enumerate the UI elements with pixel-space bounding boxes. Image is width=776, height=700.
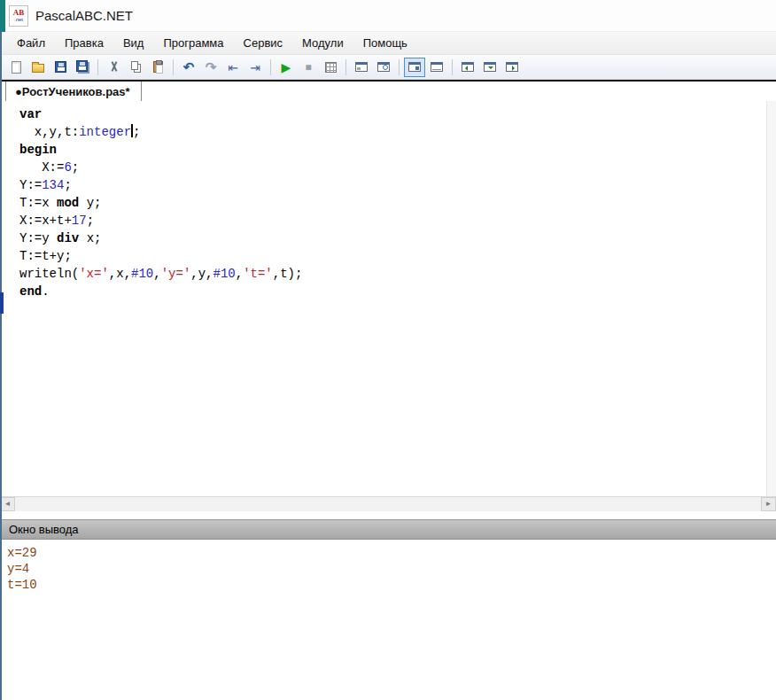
new-file-icon (12, 61, 21, 74)
scroll-track[interactable] (15, 497, 761, 511)
code-token: Y:=y (19, 231, 57, 245)
menu-item-help[interactable]: Помощь (353, 32, 417, 54)
output-window-title: Окно вывода (9, 523, 79, 536)
code-line: Y:=y div x; (19, 229, 776, 247)
undo-icon: ↶ (182, 59, 197, 74)
code-token: div (57, 231, 79, 245)
output-line: x=29 (7, 545, 776, 561)
toolbar-separator (345, 59, 346, 75)
code-token: mod (57, 196, 79, 210)
toggle-tasks-window-button[interactable] (426, 58, 447, 77)
editor-vertical-scrollbar[interactable] (766, 101, 776, 496)
cut-button[interactable] (103, 58, 124, 77)
navigate-forward-button[interactable]: ⇥ (244, 58, 266, 77)
new-file-button[interactable] (5, 58, 27, 77)
toolbar: ↶↷⇤⇥▶■ (0, 55, 776, 80)
save-file-button[interactable] (50, 58, 71, 77)
code-token: ; (64, 178, 71, 192)
tab-strip: ●РостУчеников.pas* (0, 80, 776, 101)
navigate-back-button[interactable]: ⇤ (222, 58, 244, 77)
output-panel[interactable]: x=29y=4t=10 (0, 540, 776, 700)
stop-button[interactable]: ■ (298, 58, 319, 77)
code-token: end (19, 284, 42, 299)
undo-button[interactable]: ↶ (178, 58, 199, 77)
code-token: . (42, 284, 49, 299)
output-splitter[interactable] (0, 511, 776, 519)
save-file-icon (55, 61, 66, 73)
navigate-forward-icon: ⇥ (248, 59, 263, 74)
tab-rostuchenikov-pas[interactable]: ●РостУчеников.pas* (5, 82, 142, 101)
toggle-tasks-window-icon (431, 62, 443, 72)
dock-bottom-button[interactable] (479, 58, 501, 77)
save-all-icon (76, 60, 88, 72)
save-all-button[interactable] (72, 58, 93, 77)
window-left-border (0, 0, 2, 700)
code-token: ; (87, 214, 94, 228)
toolbar-separator (399, 59, 400, 75)
menu-item-edit[interactable]: Правка (55, 32, 113, 54)
dock-left-button[interactable] (457, 58, 478, 77)
output-window-header: Окно вывода (0, 519, 776, 540)
code-line: end. (19, 283, 776, 300)
code-line: writeln('x=',x,#10,'y=',y,#10,'t=',t); (19, 265, 776, 283)
output-line: y=4 (7, 561, 776, 577)
paste-button[interactable] (147, 58, 168, 77)
code-token: ,x, (109, 267, 131, 281)
app-icon-text: AB (13, 9, 25, 17)
toolbar-separator (97, 59, 98, 75)
code-line: x,y,t:integer; (19, 123, 776, 141)
scroll-right-button[interactable]: ► (761, 497, 776, 511)
code-line: var (19, 105, 776, 123)
code-line: T:=t+y; (19, 247, 776, 265)
toggle-output-window-icon (408, 62, 421, 72)
compile-button[interactable] (320, 58, 341, 77)
menu-bar: ФайлПравкаВидПрограммаСервисМодулиПомощь (0, 32, 776, 55)
redo-button[interactable]: ↷ (200, 58, 221, 77)
scroll-left-button[interactable]: ◄ (0, 497, 15, 511)
open-file-button[interactable] (27, 58, 49, 77)
compile-icon (325, 62, 337, 73)
copy-button[interactable] (125, 58, 146, 77)
window-title: PascalABC.NET (35, 8, 133, 23)
show-watch-window-button[interactable] (373, 58, 394, 77)
show-debug-windows-button[interactable] (351, 58, 372, 77)
show-watch-window-icon (377, 62, 390, 72)
dock-right-icon (506, 62, 518, 72)
menu-item-program[interactable]: Программа (153, 32, 233, 54)
menu-item-file[interactable]: Файл (7, 32, 55, 54)
editor-horizontal-scrollbar[interactable]: ◄ ► (0, 496, 776, 511)
toolbar-separator (270, 59, 271, 75)
code-line: T:=x mod y; (19, 194, 776, 212)
cut-icon (106, 59, 121, 74)
code-token: ; (133, 125, 140, 139)
code-token: X:=x+t+ (19, 214, 72, 228)
window-edge-accent (0, 0, 5, 32)
scroll-right-icon: ► (765, 501, 772, 508)
code-token: ,t); (273, 267, 303, 281)
code-token: writeln( (19, 267, 79, 281)
code-token: 17 (72, 214, 87, 228)
navigate-back-icon: ⇤ (226, 59, 241, 74)
code-editor[interactable]: var x,y,t:integer;begin X:=6;Y:=134;T:=x… (0, 101, 776, 496)
tab-label: ●РостУчеников.pas* (15, 85, 130, 98)
dock-left-icon (462, 62, 474, 72)
code-token: integer (79, 125, 131, 139)
code-line: begin (19, 141, 776, 159)
code-token: 'x=' (79, 267, 109, 281)
code-line: Y:=134; (19, 176, 776, 194)
run-icon: ▶ (279, 59, 294, 74)
dock-right-button[interactable] (501, 58, 523, 77)
toggle-output-window-button[interactable] (404, 58, 425, 77)
menu-item-modules[interactable]: Модули (292, 32, 353, 54)
copy-icon (131, 61, 138, 70)
scroll-left-icon: ◄ (4, 501, 12, 508)
menu-item-service[interactable]: Сервис (234, 32, 293, 54)
redo-icon: ↷ (204, 59, 219, 74)
menu-item-view[interactable]: Вид (113, 32, 154, 54)
open-file-icon (32, 64, 44, 73)
code-token: T:=x (19, 196, 57, 210)
window-left-marker (0, 292, 4, 314)
code-line: X:=x+t+17; (19, 212, 776, 229)
paste-icon (153, 61, 163, 73)
run-button[interactable]: ▶ (275, 58, 297, 77)
